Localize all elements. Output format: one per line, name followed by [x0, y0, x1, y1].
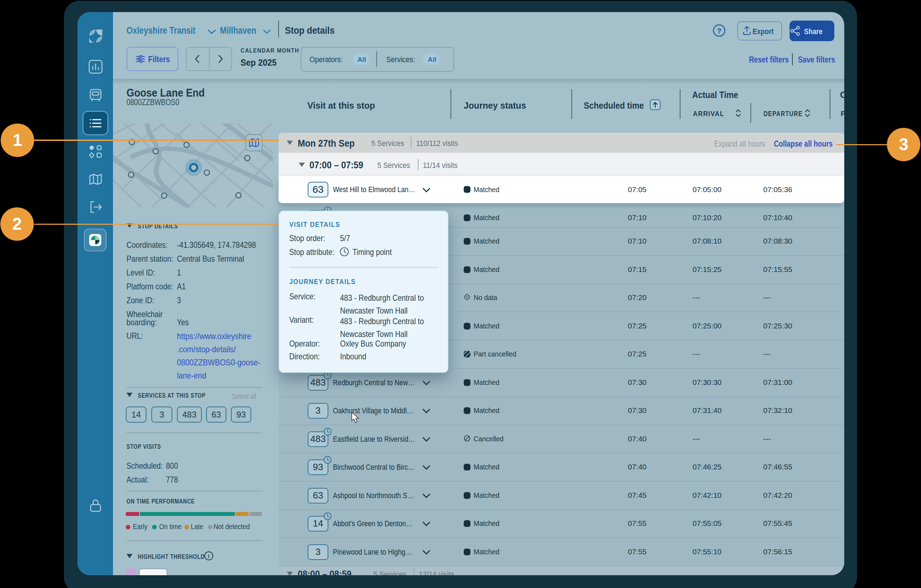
svg-text:i: i [208, 553, 209, 559]
svg-text:?: ? [717, 27, 722, 35]
